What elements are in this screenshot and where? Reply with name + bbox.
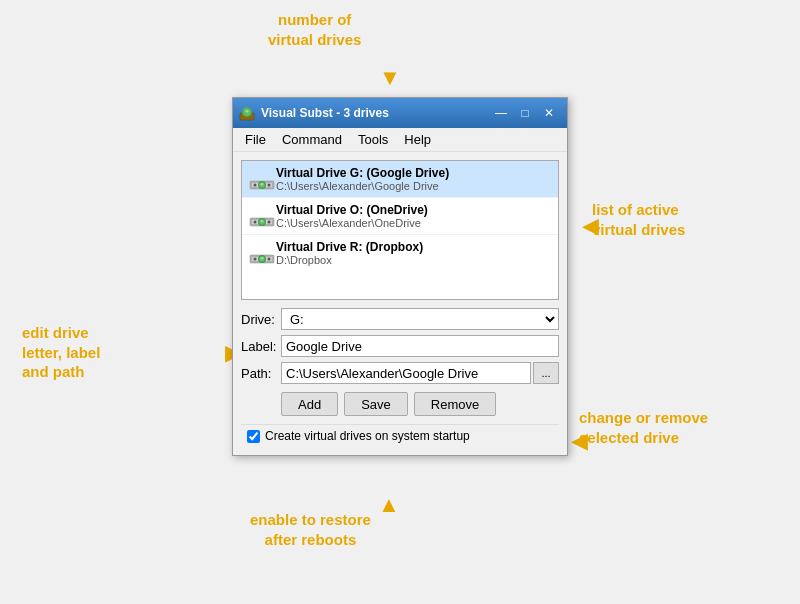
drive-icon-google: [248, 167, 276, 191]
annotation-num-drives: number of virtual drives: [268, 10, 361, 49]
browse-button[interactable]: ...: [533, 362, 559, 384]
drive-info-onedrive: Virtual Drive O: (OneDrive) C:\Users\Ale…: [276, 203, 428, 229]
arrow-enable-restore: ▲: [378, 492, 400, 518]
drive-item-google[interactable]: Virtual Drive G: (Google Drive) C:\Users…: [242, 161, 558, 198]
drive-info-google: Virtual Drive G: (Google Drive) C:\Users…: [276, 166, 449, 192]
annotation-enable-restore: enable to restore after reboots: [250, 510, 371, 549]
drive-path-onedrive: C:\Users\Alexander\OneDrive: [276, 217, 428, 229]
drive-path-dropbox: D:\Dropbox: [276, 254, 423, 266]
svg-point-12: [254, 221, 257, 224]
main-window: Visual Subst - 3 drives — □ ✕ File Comma…: [232, 97, 568, 456]
drive-name-onedrive: Virtual Drive O: (OneDrive): [276, 203, 428, 217]
annotation-list-drives: list of active virtual drives: [592, 200, 685, 239]
startup-checkbox[interactable]: [247, 430, 260, 443]
app-icon: [239, 105, 255, 121]
action-buttons: Add Save Remove: [241, 392, 559, 416]
label-input[interactable]: [281, 335, 559, 357]
arrow-list-drives: ◀: [582, 213, 599, 239]
drive-label: Drive:: [241, 312, 281, 327]
drive-item-dropbox[interactable]: Virtual Drive R: (Dropbox) D:\Dropbox: [242, 235, 558, 271]
label-field-row: Label:: [241, 335, 559, 357]
drive-field-row: Drive: G: O: R:: [241, 308, 559, 330]
drive-icon-dropbox: [248, 241, 276, 265]
path-field-row: Path: ...: [241, 362, 559, 384]
svg-point-13: [268, 221, 271, 224]
path-label: Path:: [241, 366, 281, 381]
drive-path-google: C:\Users\Alexander\Google Drive: [276, 180, 449, 192]
annotation-change-remove: change or remove selected drive: [579, 408, 708, 447]
svg-point-18: [254, 258, 257, 261]
menu-tools[interactable]: Tools: [350, 130, 396, 149]
menu-bar: File Command Tools Help: [233, 128, 567, 152]
menu-help[interactable]: Help: [396, 130, 439, 149]
menu-command[interactable]: Command: [274, 130, 350, 149]
startup-checkbox-row: Create virtual drives on system startup: [241, 424, 559, 447]
title-bar: Visual Subst - 3 drives — □ ✕: [233, 98, 567, 128]
label-label: Label:: [241, 339, 281, 354]
arrow-change-remove: ◀: [571, 428, 588, 454]
remove-button[interactable]: Remove: [414, 392, 496, 416]
svg-point-19: [268, 258, 271, 261]
window-title: Visual Subst - 3 drives: [261, 106, 489, 120]
svg-point-7: [268, 184, 271, 187]
drive-icon-onedrive: [248, 204, 276, 228]
annotation-edit-drive: edit drive letter, label and path: [22, 323, 100, 382]
drive-name-dropbox: Virtual Drive R: (Dropbox): [276, 240, 423, 254]
svg-point-6: [254, 184, 257, 187]
path-input[interactable]: [281, 362, 531, 384]
save-button[interactable]: Save: [344, 392, 408, 416]
close-button[interactable]: ✕: [537, 103, 561, 123]
maximize-button[interactable]: □: [513, 103, 537, 123]
drive-item-onedrive[interactable]: Virtual Drive O: (OneDrive) C:\Users\Ale…: [242, 198, 558, 235]
drive-name-google: Virtual Drive G: (Google Drive): [276, 166, 449, 180]
drive-info-dropbox: Virtual Drive R: (Dropbox) D:\Dropbox: [276, 240, 423, 266]
add-button[interactable]: Add: [281, 392, 338, 416]
menu-file[interactable]: File: [237, 130, 274, 149]
drive-list[interactable]: Virtual Drive G: (Google Drive) C:\Users…: [241, 160, 559, 300]
minimize-button[interactable]: —: [489, 103, 513, 123]
window-content: Virtual Drive G: (Google Drive) C:\Users…: [233, 152, 567, 455]
drive-select[interactable]: G: O: R:: [281, 308, 559, 330]
arrow-num-drives: ▼: [379, 65, 401, 91]
startup-label: Create virtual drives on system startup: [265, 429, 470, 443]
